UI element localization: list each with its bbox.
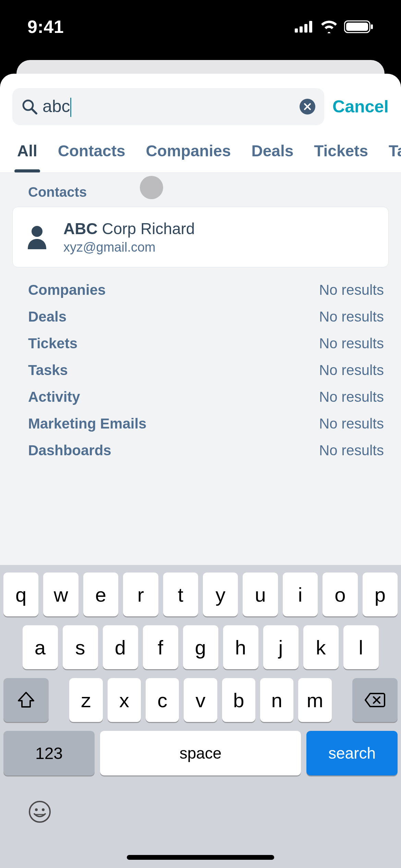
keyboard-row-2: a s d f g h j k l — [3, 625, 398, 669]
key-z[interactable]: z — [69, 678, 102, 722]
status-icons — [295, 20, 374, 34]
keyboard-row-bottom: 123 space search — [3, 731, 398, 775]
empty-row-marketing-emails: Marketing EmailsNo results — [28, 415, 384, 432]
key-numeric[interactable]: 123 — [3, 731, 95, 775]
svg-rect-0 — [295, 28, 298, 33]
battery-icon — [344, 20, 374, 34]
key-u[interactable]: u — [243, 572, 278, 616]
home-indicator[interactable] — [127, 855, 274, 860]
svg-rect-6 — [371, 24, 373, 29]
svg-point-16 — [42, 808, 45, 811]
key-space[interactable]: space — [100, 731, 301, 775]
key-y[interactable]: y — [203, 572, 238, 616]
contact-result-card[interactable]: ABC Corp Richard xyz@gmail.com — [12, 207, 389, 267]
filter-tabs: All Contacts Companies Deals Tickets Tas… — [0, 131, 401, 173]
svg-point-14 — [29, 801, 50, 822]
key-k[interactable]: k — [303, 625, 339, 669]
key-x[interactable]: x — [108, 678, 141, 722]
section-header-contacts: Contacts — [0, 173, 401, 207]
empty-sections: CompaniesNo results DealsNo results Tick… — [0, 267, 401, 459]
key-w[interactable]: w — [43, 572, 78, 616]
key-search[interactable]: search — [306, 731, 398, 775]
search-row: abc Cancel — [0, 74, 401, 131]
svg-rect-3 — [309, 21, 312, 33]
key-backspace[interactable] — [352, 678, 398, 722]
person-icon — [26, 225, 48, 249]
keyboard-row-1: q w e r t y u i o p — [3, 572, 398, 616]
cellular-icon — [295, 21, 314, 33]
keyboard: q w e r t y u i o p a s d f g h j k l — [0, 565, 401, 868]
key-i[interactable]: i — [283, 572, 318, 616]
tab-companies[interactable]: Companies — [146, 142, 231, 172]
empty-row-deals: DealsNo results — [28, 309, 384, 325]
search-icon — [21, 98, 38, 115]
svg-rect-1 — [300, 26, 303, 33]
svg-rect-2 — [304, 24, 307, 33]
clear-search-button[interactable] — [300, 99, 315, 114]
key-shift[interactable] — [3, 678, 49, 722]
empty-row-tickets: TicketsNo results — [28, 335, 384, 352]
key-l[interactable]: l — [343, 625, 379, 669]
key-h[interactable]: h — [223, 625, 258, 669]
tab-all[interactable]: All — [17, 142, 37, 172]
key-d[interactable]: d — [103, 625, 138, 669]
tab-tasks[interactable]: Tasks — [389, 142, 401, 172]
key-c[interactable]: c — [146, 678, 179, 722]
tab-deals[interactable]: Deals — [252, 142, 294, 172]
empty-row-companies: CompaniesNo results — [28, 282, 384, 298]
svg-point-15 — [35, 808, 38, 811]
tab-tickets[interactable]: Tickets — [314, 142, 368, 172]
emoji-icon[interactable] — [27, 799, 52, 824]
cancel-button[interactable]: Cancel — [332, 97, 389, 117]
backspace-icon — [364, 692, 386, 708]
tab-contacts[interactable]: Contacts — [58, 142, 125, 172]
key-s[interactable]: s — [63, 625, 98, 669]
key-p[interactable]: p — [363, 572, 398, 616]
key-n[interactable]: n — [260, 678, 293, 722]
empty-row-dashboards: DashboardsNo results — [28, 442, 384, 459]
key-a[interactable]: a — [23, 625, 58, 669]
key-f[interactable]: f — [143, 625, 178, 669]
empty-row-activity: ActivityNo results — [28, 389, 384, 405]
contact-text: ABC Corp Richard xyz@gmail.com — [63, 219, 195, 255]
contact-email: xyz@gmail.com — [63, 240, 195, 255]
status-time: 9:41 — [27, 16, 64, 37]
shift-icon — [16, 691, 36, 709]
search-input[interactable]: abc — [42, 96, 300, 117]
svg-rect-5 — [346, 23, 368, 31]
keyboard-row-3: z x c v b n m — [3, 678, 398, 722]
status-bar: 9:41 — [0, 0, 401, 60]
key-m[interactable]: m — [298, 678, 331, 722]
contact-name: ABC Corp Richard — [63, 219, 195, 238]
search-field[interactable]: abc — [12, 88, 324, 125]
key-r[interactable]: r — [123, 572, 158, 616]
wifi-icon — [320, 20, 338, 33]
device-frame: 9:41 abc Cancel All Contacts Companies D… — [0, 0, 401, 868]
key-q[interactable]: q — [3, 572, 38, 616]
keyboard-footer — [3, 784, 398, 824]
key-v[interactable]: v — [184, 678, 217, 722]
key-t[interactable]: t — [163, 572, 198, 616]
key-e[interactable]: e — [83, 572, 118, 616]
key-b[interactable]: b — [222, 678, 255, 722]
svg-line-8 — [32, 109, 36, 113]
key-j[interactable]: j — [263, 625, 299, 669]
close-icon — [304, 103, 311, 110]
key-o[interactable]: o — [323, 572, 357, 616]
svg-point-11 — [32, 226, 42, 237]
key-g[interactable]: g — [183, 625, 218, 669]
empty-row-tasks: TasksNo results — [28, 362, 384, 378]
